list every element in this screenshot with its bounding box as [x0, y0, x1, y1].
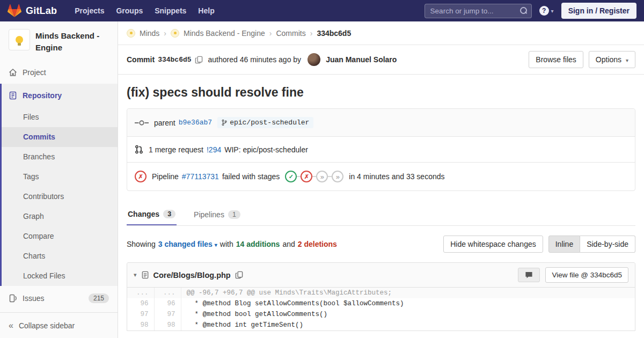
diff-view-toggle: Inline Side-by-side: [548, 236, 635, 253]
pipeline-link[interactable]: #77113731: [182, 172, 219, 181]
author-name[interactable]: Juan Manuel Solaro: [326, 55, 397, 64]
with-text: with: [220, 240, 233, 248]
diff-table: ... ... @@ -96,7 +96,7 @@ use Minds\Trai…: [127, 288, 635, 330]
hide-whitespace-button[interactable]: Hide whitespace changes: [443, 236, 543, 253]
chevron-down-icon: ▾: [551, 8, 554, 14]
tab-pipelines[interactable]: Pipelines 1: [193, 203, 241, 225]
old-line-number[interactable]: 98: [127, 320, 154, 330]
mr-link[interactable]: !294: [207, 145, 221, 154]
showing-text: Showing: [127, 240, 156, 248]
toggle-comments-button[interactable]: [518, 268, 540, 282]
search-box: [425, 4, 532, 18]
and-text: and: [282, 240, 295, 248]
collapse-label: Collapse sidebar: [19, 321, 75, 330]
tab-label: Changes: [128, 210, 159, 218]
sidebar-item-label: Repository: [23, 91, 62, 100]
nav-projects[interactable]: Projects: [69, 0, 110, 21]
parent-sha-link[interactable]: b9e36ab7: [179, 119, 212, 127]
pipelines-count-badge: 1: [228, 210, 240, 219]
old-line-number: ...: [127, 288, 154, 298]
group-avatar: [127, 29, 135, 38]
search-input[interactable]: [425, 4, 532, 18]
file-icon: [141, 271, 149, 279]
stage-connector: [297, 176, 301, 177]
sign-in-button[interactable]: Sign in / Register: [561, 3, 636, 19]
browse-files-button[interactable]: Browse files: [529, 51, 583, 68]
diff-line-content: * @method bool getAllowComments(): [181, 309, 635, 320]
stage-skipped-icon[interactable]: »: [316, 171, 328, 182]
commit-sha: 334bc6d5: [158, 56, 191, 64]
diff-line-content: @@ -96,7 +96,7 @@ use Minds\Traits\Magic…: [181, 288, 635, 298]
collapse-file-caret-icon[interactable]: ▾: [134, 271, 137, 278]
additions-count: 14 additions: [236, 240, 280, 248]
comment-bubble-icon: [525, 271, 533, 279]
copy-path-icon[interactable]: [235, 271, 243, 279]
breadcrumb-group[interactable]: Minds: [140, 29, 159, 38]
gitlab-tanuki-icon: [8, 4, 21, 18]
stage-skipped-icon[interactable]: »: [332, 171, 343, 182]
stage-passed-icon[interactable]: ✓: [285, 171, 297, 182]
main-content: Minds › Minds Backend - Engine › Commits…: [118, 0, 644, 331]
old-line-number[interactable]: 96: [127, 298, 154, 309]
sidebar-item-project[interactable]: Project: [0, 61, 118, 84]
collapse-sidebar-button[interactable]: « Collapse sidebar: [0, 312, 118, 338]
commit-label: Commit: [127, 55, 155, 64]
new-line-number[interactable]: 96: [154, 298, 181, 309]
new-line-number[interactable]: 98: [154, 320, 181, 330]
options-dropdown-button[interactable]: Options ▾: [589, 51, 635, 68]
sidebar-item-label: Project: [23, 68, 46, 77]
sidebar-item-compare[interactable]: Compare: [2, 226, 118, 246]
sidebar-item-files[interactable]: Files: [2, 107, 118, 127]
changed-files-dropdown[interactable]: 3 changed files ▾: [158, 240, 217, 248]
nav-groups[interactable]: Groups: [110, 0, 149, 21]
brand-name: GitLab: [26, 5, 57, 17]
sidebar-item-charts[interactable]: Charts: [2, 246, 118, 266]
home-icon: [9, 68, 17, 77]
author-avatar[interactable]: [308, 53, 320, 66]
breadcrumb-separator: ›: [310, 29, 313, 38]
sidebar-item-commits[interactable]: Commits: [2, 127, 118, 147]
sidebar-item-repository[interactable]: Repository: [2, 84, 118, 107]
authored-text: authored 46 minutes ago by: [208, 55, 302, 64]
breadcrumb-current-sha: 334bc6d5: [317, 29, 351, 38]
new-line-number[interactable]: 97: [154, 309, 181, 320]
copy-sha-icon[interactable]: [195, 56, 203, 64]
sidebar-item-branches[interactable]: Branches: [2, 147, 118, 167]
project-context[interactable]: Minds Backend - Engine: [0, 21, 118, 61]
sidebar-item-graph[interactable]: Graph: [2, 207, 118, 226]
pipeline-failed-icon[interactable]: ✗: [135, 171, 147, 182]
pipeline-status-text: failed with stages: [222, 172, 280, 181]
commit-icon: [135, 119, 149, 127]
changed-files-label: 3 changed files: [158, 240, 213, 248]
mr-title: WIP: epic/post-scheduler: [224, 145, 308, 154]
view-file-button[interactable]: View file @ 334bc6d5: [545, 267, 628, 283]
stage-failed-icon[interactable]: ✗: [301, 171, 312, 182]
nav-snippets[interactable]: Snippets: [149, 0, 192, 21]
sidebar-item-tags[interactable]: Tags: [2, 167, 118, 187]
sidebar-item-contributors[interactable]: Contributors: [2, 187, 118, 207]
branch-pill[interactable]: epic/post-scheduler: [217, 117, 313, 128]
main-nav: Projects Groups Snippets Help: [69, 0, 221, 21]
tab-changes[interactable]: Changes 3: [127, 203, 177, 225]
gitlab-logo[interactable]: GitLab: [8, 4, 57, 18]
breadcrumb-separator: ›: [269, 29, 272, 38]
side-by-side-view-button[interactable]: Side-by-side: [580, 236, 635, 253]
old-line-number[interactable]: 97: [127, 309, 154, 320]
file-path[interactable]: Core/Blogs/Blog.php: [153, 271, 231, 280]
nav-help[interactable]: Help: [192, 0, 220, 21]
breadcrumb-commits[interactable]: Commits: [276, 29, 305, 38]
search-icon[interactable]: [520, 7, 527, 14]
diff-line-row: 97 97 * @method bool getAllowComments(): [127, 309, 635, 320]
caret-down-icon: ▾: [626, 57, 628, 63]
pipeline-row: ✗ Pipeline #77113731 failed with stages …: [127, 162, 635, 190]
commit-tabs: Changes 3 Pipelines 1: [127, 203, 635, 226]
project-avatar: [9, 29, 30, 50]
tab-label: Pipelines: [194, 210, 224, 219]
diff-file-card: ▾ Core/Blogs/Blog.php View file @ 334bc6…: [127, 262, 635, 331]
breadcrumb-project[interactable]: Minds Backend - Engine: [184, 29, 265, 38]
sidebar-item-issues[interactable]: Issues 215: [0, 286, 118, 311]
inline-view-button[interactable]: Inline: [548, 236, 580, 253]
help-menu[interactable]: ? ▾: [539, 6, 554, 16]
sidebar-item-locked-files[interactable]: Locked Files: [2, 266, 118, 286]
project-title: Minds Backend - Engine: [35, 29, 109, 54]
